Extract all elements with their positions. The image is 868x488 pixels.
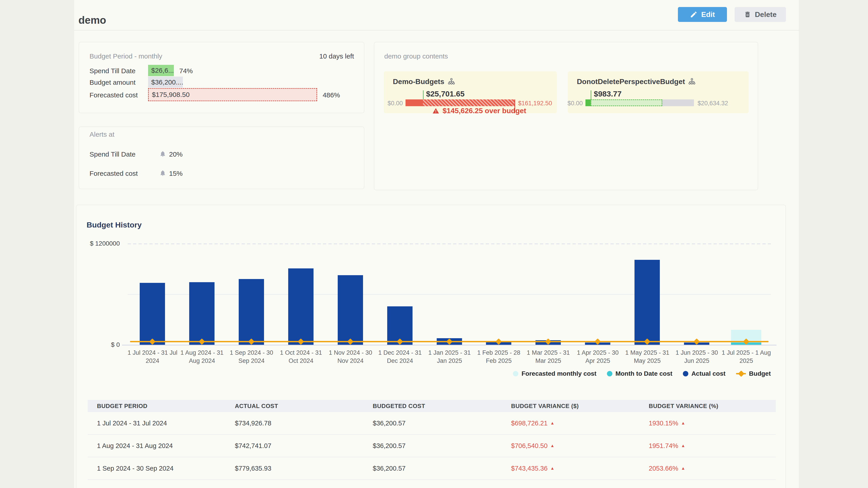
cell-budgeted-cost: $36,200.57 [373,420,511,427]
spend-chip: $26,6... [148,65,174,76]
spent-segment [405,99,423,106]
days-left-label: 10 days left [319,53,354,60]
pencil-icon [690,11,698,18]
cell-budget-variance-pct: 1951.74%▲ [649,442,776,450]
actual-cost-bar [189,282,215,345]
table-column-header: BUDGET PERIOD [97,402,235,410]
variance-up-icon: ▲ [681,443,685,448]
actual-cost-bar [288,268,313,345]
legend-dot [513,371,518,377]
actual-cost-bar [239,279,264,345]
legend-item: Actual cost [683,370,725,377]
cell-actual-cost: $734,926.78 [235,420,373,427]
legend-item: Budget [736,370,771,377]
x-axis-baseline [122,345,776,346]
table-row: 1 Jul 2024 - 31 Jul 2024 $734,926.78 $36… [88,412,776,435]
group-item-name[interactable]: DonotDeletePerspectiveBudget [577,77,696,86]
over-budget-row: $145,626.25 over budget [432,107,526,115]
delete-button-label: Delete [755,10,776,19]
group-contents-title: demo group contents [384,53,448,60]
group-item-spend-value: $983.77 [594,90,622,98]
edit-button[interactable]: Edit [678,7,727,22]
table-column-header: BUDGET VARIANCE (%) [649,402,776,410]
variance-up-icon: ▲ [550,466,555,471]
legend-dot [683,371,688,377]
actual-cost-bar [140,283,165,345]
group-item-spend-value: $25,701.65 [426,90,465,98]
spent-segment [585,99,591,106]
y-axis-zero-tick: $ 0 [74,341,120,348]
spend-pct-label: 74% [179,67,193,75]
x-axis-label: 1 Apr 2025 - 30 Apr 2025 [572,349,623,365]
group-item-name-label: DonotDeletePerspectiveBudget [577,77,685,86]
legend-item: Forecasted monthly cost [513,370,596,377]
cell-actual-cost: $742,741.07 [235,442,373,450]
chart-legend: Forecasted monthly cost Month to Date co… [128,370,771,377]
cell-actual-cost: $779,635.93 [235,465,373,472]
cell-budget-variance-usd: $698,726.21▲ [511,420,649,427]
bar-end-label: $161,192.50 [518,100,552,107]
header-divider [74,30,799,31]
x-axis-label: 1 May 2025 - 31 May 2025 [622,349,673,365]
x-axis-label: 1 Jan 2025 - 31 Jan 2025 [424,349,475,365]
forecast-pct-label: 486% [322,91,340,99]
x-axis-label: 1 Oct 2024 - 31 Oct 2024 [276,349,327,365]
trash-icon [744,11,751,18]
x-axis-label: 1 Sep 2024 - 30 Sep 2024 [226,349,277,365]
table-column-header: ACTUAL COST [235,402,373,410]
variance-up-icon: ▲ [681,466,685,471]
budget-history-table: BUDGET PERIODACTUAL COSTBUDGETED COSTBUD… [88,400,776,480]
forecast-over-segment [423,99,515,106]
variance-up-icon: ▲ [681,421,685,426]
x-axis-label: 1 Jul 2025 - 1 Aug 2025 [721,349,772,365]
over-budget-label: $145,626.25 over budget [442,107,526,115]
x-axis-label: 1 Mar 2025 - 31 Mar 2025 [523,349,574,365]
hierarchy-icon [447,78,455,86]
bar-end-label: $20,634.32 [698,100,728,107]
chart-title: Budget History [87,221,142,229]
legend-item: Month to Date cost [607,370,673,377]
variance-up-icon: ▲ [550,421,555,426]
table-column-header: BUDGET VARIANCE ($) [511,402,649,410]
page: demo Edit Delete Budget Period - monthly… [0,0,868,488]
table-row: 1 Sep 2024 - 30 Sep 2024 $779,635.93 $36… [88,457,776,480]
bell-icon [159,170,166,176]
group-item-name[interactable]: Demo-Budgets [393,77,455,86]
table-row: 1 Aug 2024 - 31 Aug 2024 $742,741.07 $36… [88,435,776,457]
legend-label: Actual cost [691,370,725,377]
bell-icon [159,151,166,157]
alerts-title: Alerts at [90,131,114,138]
x-axis-label: 1 Aug 2024 - 31 Aug 2024 [177,349,227,365]
cell-budget-variance-usd: $706,540.50▲ [511,442,649,450]
spend-till-date-label: Spend Till Date [90,67,135,75]
edit-button-label: Edit [701,10,715,19]
x-axis-label: 1 Jun 2025 - 30 Jun 2025 [671,349,722,365]
cell-budgeted-cost: $36,200.57 [373,442,511,450]
cell-budget-variance-pct: 1930.15%▲ [649,420,776,427]
variance-up-icon: ▲ [550,443,555,448]
legend-dot [607,371,612,377]
delete-button[interactable]: Delete [735,7,786,22]
bar-start-label: $0.00 [567,100,583,107]
page-title: demo [79,14,106,26]
group-contents-card [374,42,758,190]
budget-period-title: Budget Period - monthly [90,53,162,60]
group-item-name-label: Demo-Budgets [393,77,444,86]
x-axis-label: 1 Jul 2024 - 31 Jul 2024 [127,349,178,365]
legend-label: Budget [749,370,771,377]
actual-cost-bar [338,275,363,345]
actual-cost-bar [634,260,660,345]
gridline-max [128,243,771,244]
alert-spend-label: Spend Till Date [90,151,135,158]
budget-amount-label: Budget amount [90,78,135,86]
group-item-bar [585,99,694,106]
cell-budget-period: 1 Aug 2024 - 31 Aug 2024 [97,442,235,450]
forecast-chip: $175,908.50 [148,88,317,101]
warning-icon [432,107,439,114]
budget-chip: $36,200.... [148,76,183,88]
group-item-bar [405,99,515,106]
cell-budgeted-cost: $36,200.57 [373,465,511,472]
y-axis-max-tick: $ 1200000 [74,240,120,247]
alert-forecast-label: Forecasted cost [90,170,138,177]
legend-label: Forecasted monthly cost [522,370,596,377]
